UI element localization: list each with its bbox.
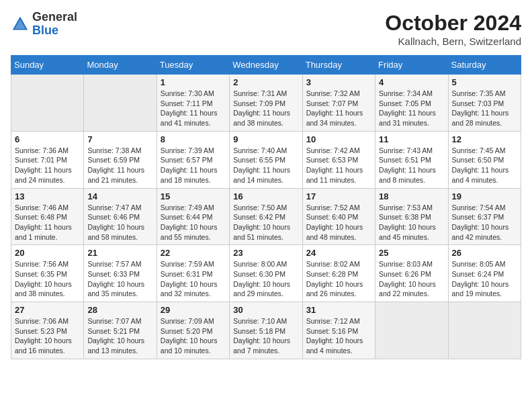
day-info: Sunrise: 7:49 AMSunset: 6:44 PMDaylight:… bbox=[161, 203, 226, 242]
day-number: 1 bbox=[161, 77, 226, 87]
day-info: Sunrise: 7:34 AMSunset: 7:05 PMDaylight:… bbox=[379, 89, 444, 128]
calendar-week-row: 1Sunrise: 7:30 AMSunset: 7:11 PMDaylight… bbox=[11, 75, 521, 132]
day-number: 18 bbox=[379, 191, 444, 201]
day-info: Sunrise: 7:09 AMSunset: 5:20 PMDaylight:… bbox=[161, 316, 226, 356]
day-info: Sunrise: 7:56 AMSunset: 6:35 PMDaylight:… bbox=[15, 259, 80, 299]
day-info: Sunrise: 8:03 AMSunset: 6:26 PMDaylight:… bbox=[379, 259, 444, 299]
day-info: Sunrise: 7:45 AMSunset: 6:50 PMDaylight:… bbox=[452, 146, 517, 185]
day-number: 19 bbox=[452, 191, 517, 201]
month-year-title: October 2024 bbox=[385, 11, 521, 36]
day-info: Sunrise: 7:46 AMSunset: 6:48 PMDaylight:… bbox=[15, 203, 80, 242]
calendar-cell bbox=[11, 75, 84, 132]
weekday-header-wednesday: Wednesday bbox=[230, 56, 302, 75]
calendar-cell: 23Sunrise: 8:00 AMSunset: 6:30 PMDayligh… bbox=[230, 245, 302, 302]
calendar-cell: 25Sunrise: 8:03 AMSunset: 6:26 PMDayligh… bbox=[375, 245, 448, 302]
day-number: 23 bbox=[233, 248, 298, 258]
weekday-header-monday: Monday bbox=[84, 56, 157, 75]
day-number: 21 bbox=[87, 248, 152, 258]
calendar-cell: 16Sunrise: 7:50 AMSunset: 6:42 PMDayligh… bbox=[230, 188, 302, 245]
day-info: Sunrise: 7:52 AMSunset: 6:40 PMDaylight:… bbox=[306, 203, 371, 242]
day-number: 14 bbox=[87, 191, 152, 201]
calendar-cell: 26Sunrise: 8:05 AMSunset: 6:24 PMDayligh… bbox=[448, 245, 521, 302]
calendar-cell: 10Sunrise: 7:42 AMSunset: 6:53 PMDayligh… bbox=[302, 131, 375, 188]
calendar-cell: 4Sunrise: 7:34 AMSunset: 7:05 PMDaylight… bbox=[375, 75, 448, 132]
weekday-header-tuesday: Tuesday bbox=[157, 56, 229, 75]
page-header: General Blue October 2024 Kallnach, Bern… bbox=[11, 11, 521, 47]
calendar-cell bbox=[84, 75, 157, 132]
day-info: Sunrise: 7:38 AMSunset: 6:59 PMDaylight:… bbox=[87, 146, 152, 185]
day-number: 6 bbox=[15, 134, 80, 144]
day-info: Sunrise: 7:57 AMSunset: 6:33 PMDaylight:… bbox=[87, 259, 152, 299]
day-number: 28 bbox=[87, 305, 152, 315]
day-number: 25 bbox=[379, 248, 444, 258]
calendar-cell: 24Sunrise: 8:02 AMSunset: 6:28 PMDayligh… bbox=[302, 245, 375, 302]
day-info: Sunrise: 8:00 AMSunset: 6:30 PMDaylight:… bbox=[233, 259, 298, 299]
calendar-week-row: 20Sunrise: 7:56 AMSunset: 6:35 PMDayligh… bbox=[11, 245, 521, 302]
day-info: Sunrise: 8:05 AMSunset: 6:24 PMDaylight:… bbox=[452, 259, 517, 299]
logo: General Blue bbox=[11, 11, 77, 38]
calendar-cell: 27Sunrise: 7:06 AMSunset: 5:23 PMDayligh… bbox=[11, 302, 84, 359]
day-number: 4 bbox=[379, 77, 444, 87]
calendar-cell: 1Sunrise: 7:30 AMSunset: 7:11 PMDaylight… bbox=[157, 75, 229, 132]
day-number: 3 bbox=[306, 77, 371, 87]
calendar-cell: 12Sunrise: 7:45 AMSunset: 6:50 PMDayligh… bbox=[448, 131, 521, 188]
day-number: 16 bbox=[233, 191, 298, 201]
calendar-cell bbox=[375, 302, 448, 359]
calendar-week-row: 27Sunrise: 7:06 AMSunset: 5:23 PMDayligh… bbox=[11, 302, 521, 359]
calendar-cell: 14Sunrise: 7:47 AMSunset: 6:46 PMDayligh… bbox=[84, 188, 157, 245]
logo-general: General bbox=[32, 10, 77, 24]
day-number: 7 bbox=[87, 134, 152, 144]
day-number: 17 bbox=[306, 191, 371, 201]
day-number: 20 bbox=[15, 248, 80, 258]
day-info: Sunrise: 7:54 AMSunset: 6:37 PMDaylight:… bbox=[452, 203, 517, 242]
calendar-cell: 29Sunrise: 7:09 AMSunset: 5:20 PMDayligh… bbox=[157, 302, 229, 359]
day-info: Sunrise: 7:35 AMSunset: 7:03 PMDaylight:… bbox=[452, 89, 517, 128]
day-info: Sunrise: 7:12 AMSunset: 5:16 PMDaylight:… bbox=[306, 316, 371, 356]
calendar-cell: 17Sunrise: 7:52 AMSunset: 6:40 PMDayligh… bbox=[302, 188, 375, 245]
day-number: 8 bbox=[161, 134, 226, 144]
calendar-cell: 22Sunrise: 7:59 AMSunset: 6:31 PMDayligh… bbox=[157, 245, 229, 302]
calendar-cell: 11Sunrise: 7:43 AMSunset: 6:51 PMDayligh… bbox=[375, 131, 448, 188]
day-info: Sunrise: 7:10 AMSunset: 5:18 PMDaylight:… bbox=[233, 316, 298, 356]
calendar-cell: 5Sunrise: 7:35 AMSunset: 7:03 PMDaylight… bbox=[448, 75, 521, 132]
day-number: 30 bbox=[233, 305, 298, 315]
calendar-cell: 19Sunrise: 7:54 AMSunset: 6:37 PMDayligh… bbox=[448, 188, 521, 245]
calendar-header-row: SundayMondayTuesdayWednesdayThursdayFrid… bbox=[11, 56, 521, 75]
calendar-week-row: 13Sunrise: 7:46 AMSunset: 6:48 PMDayligh… bbox=[11, 188, 521, 245]
calendar-cell: 18Sunrise: 7:53 AMSunset: 6:38 PMDayligh… bbox=[375, 188, 448, 245]
calendar-cell: 3Sunrise: 7:32 AMSunset: 7:07 PMDaylight… bbox=[302, 75, 375, 132]
day-info: Sunrise: 7:47 AMSunset: 6:46 PMDaylight:… bbox=[87, 203, 152, 242]
day-info: Sunrise: 7:36 AMSunset: 7:01 PMDaylight:… bbox=[15, 146, 80, 185]
calendar-cell: 28Sunrise: 7:07 AMSunset: 5:21 PMDayligh… bbox=[84, 302, 157, 359]
day-number: 24 bbox=[306, 248, 371, 258]
day-number: 9 bbox=[233, 134, 298, 144]
title-block: October 2024 Kallnach, Bern, Switzerland bbox=[385, 11, 521, 47]
day-number: 22 bbox=[161, 248, 226, 258]
weekday-header-thursday: Thursday bbox=[302, 56, 375, 75]
day-info: Sunrise: 7:40 AMSunset: 6:55 PMDaylight:… bbox=[233, 146, 298, 185]
day-number: 29 bbox=[161, 305, 226, 315]
day-number: 11 bbox=[379, 134, 444, 144]
day-info: Sunrise: 7:07 AMSunset: 5:21 PMDaylight:… bbox=[87, 316, 152, 356]
calendar-cell: 2Sunrise: 7:31 AMSunset: 7:09 PMDaylight… bbox=[230, 75, 302, 132]
day-number: 12 bbox=[452, 134, 517, 144]
weekday-header-friday: Friday bbox=[375, 56, 448, 75]
day-info: Sunrise: 7:43 AMSunset: 6:51 PMDaylight:… bbox=[379, 146, 444, 185]
calendar-cell: 15Sunrise: 7:49 AMSunset: 6:44 PMDayligh… bbox=[157, 188, 229, 245]
day-info: Sunrise: 7:30 AMSunset: 7:11 PMDaylight:… bbox=[161, 89, 226, 128]
day-number: 31 bbox=[306, 305, 371, 315]
day-number: 2 bbox=[233, 77, 298, 87]
location-subtitle: Kallnach, Bern, Switzerland bbox=[385, 36, 521, 47]
day-number: 15 bbox=[161, 191, 226, 201]
calendar-week-row: 6Sunrise: 7:36 AMSunset: 7:01 PMDaylight… bbox=[11, 131, 521, 188]
day-info: Sunrise: 7:06 AMSunset: 5:23 PMDaylight:… bbox=[15, 316, 80, 356]
calendar-cell: 9Sunrise: 7:40 AMSunset: 6:55 PMDaylight… bbox=[230, 131, 302, 188]
day-info: Sunrise: 7:31 AMSunset: 7:09 PMDaylight:… bbox=[233, 89, 298, 128]
day-info: Sunrise: 7:42 AMSunset: 6:53 PMDaylight:… bbox=[306, 146, 371, 185]
day-number: 27 bbox=[15, 305, 80, 315]
weekday-header-saturday: Saturday bbox=[448, 56, 521, 75]
day-number: 26 bbox=[452, 248, 517, 258]
day-number: 13 bbox=[15, 191, 80, 201]
day-info: Sunrise: 7:59 AMSunset: 6:31 PMDaylight:… bbox=[161, 259, 226, 299]
calendar-cell bbox=[448, 302, 521, 359]
